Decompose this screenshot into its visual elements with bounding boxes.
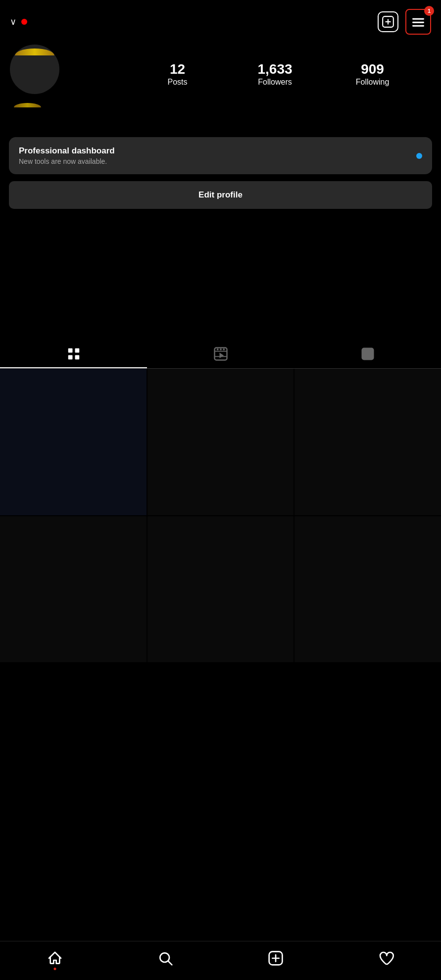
hat-decoration bbox=[0, 102, 441, 107]
avatar[interactable] bbox=[10, 45, 59, 94]
nav-activity[interactable] bbox=[378, 950, 394, 966]
add-plus-icon bbox=[268, 950, 284, 966]
professional-dashboard-card[interactable]: Professional dashboard New tools are now… bbox=[9, 137, 432, 174]
tabs-bar bbox=[0, 338, 441, 369]
new-post-button[interactable] bbox=[378, 11, 398, 32]
profile-section: 12 Posts 1,633 Followers 909 Following bbox=[0, 40, 441, 102]
posts-grid bbox=[0, 369, 441, 662]
svg-point-13 bbox=[216, 348, 218, 350]
following-stat[interactable]: 909 Following bbox=[324, 62, 421, 87]
svg-line-20 bbox=[168, 961, 172, 965]
grid-cell[interactable] bbox=[147, 516, 294, 663]
live-indicator-dot bbox=[21, 19, 27, 25]
dashboard-notification-dot bbox=[416, 153, 422, 159]
tagged-icon bbox=[360, 346, 375, 361]
svg-point-14 bbox=[220, 348, 222, 350]
svg-rect-11 bbox=[214, 351, 227, 352]
posts-label: Posts bbox=[129, 78, 226, 87]
posts-count: 12 bbox=[129, 62, 226, 77]
following-label: Following bbox=[324, 78, 421, 87]
dashboard-text: Professional dashboard New tools are now… bbox=[19, 146, 115, 165]
stats-row: 12 Posts 1,633 Followers 909 Following bbox=[64, 54, 431, 90]
tab-reels[interactable] bbox=[147, 338, 294, 368]
svg-rect-8 bbox=[68, 355, 72, 360]
notification-badge: 1 bbox=[424, 6, 434, 16]
nav-add[interactable] bbox=[268, 950, 284, 966]
hat-shape bbox=[14, 103, 41, 107]
followers-count: 1,633 bbox=[226, 62, 324, 77]
home-active-dot bbox=[54, 968, 56, 970]
grid-cell[interactable] bbox=[147, 369, 294, 515]
avatar-hat-decoration bbox=[15, 49, 54, 55]
svg-marker-16 bbox=[219, 353, 224, 358]
svg-rect-9 bbox=[75, 355, 79, 360]
grid-cell[interactable] bbox=[0, 369, 147, 515]
grid-cell[interactable] bbox=[294, 369, 441, 515]
bottom-nav bbox=[0, 941, 441, 980]
followers-stat[interactable]: 1,633 Followers bbox=[226, 62, 324, 87]
svg-point-15 bbox=[223, 348, 225, 350]
header-left: ∨ bbox=[10, 16, 27, 27]
grid-cell[interactable] bbox=[294, 516, 441, 663]
dashboard-subtitle: New tools are now available. bbox=[19, 157, 115, 165]
header-right: 1 bbox=[378, 9, 431, 35]
home-icon bbox=[47, 950, 63, 966]
tab-grid[interactable] bbox=[0, 338, 147, 368]
tab-tagged[interactable] bbox=[294, 338, 441, 368]
nav-home[interactable] bbox=[47, 950, 63, 966]
svg-rect-7 bbox=[75, 348, 79, 353]
followers-label: Followers bbox=[226, 78, 324, 87]
plus-square-icon bbox=[382, 15, 394, 28]
svg-rect-6 bbox=[68, 348, 72, 353]
edit-profile-button[interactable]: Edit profile bbox=[9, 181, 432, 209]
posts-stat[interactable]: 12 Posts bbox=[129, 62, 226, 87]
nav-search[interactable] bbox=[157, 950, 173, 966]
reels-icon bbox=[213, 346, 228, 361]
search-icon bbox=[157, 950, 173, 966]
svg-point-18 bbox=[366, 351, 370, 355]
hamburger-icon bbox=[411, 15, 425, 29]
heart-icon bbox=[378, 950, 394, 966]
dropdown-arrow-icon[interactable]: ∨ bbox=[10, 16, 16, 27]
header: ∨ 1 bbox=[0, 0, 441, 40]
grid-cell[interactable] bbox=[0, 516, 147, 663]
menu-button[interactable]: 1 bbox=[405, 9, 431, 35]
dashboard-title: Professional dashboard bbox=[19, 146, 115, 156]
avatar-wrapper[interactable] bbox=[10, 45, 64, 99]
grid-icon bbox=[66, 346, 81, 361]
following-count: 909 bbox=[324, 62, 421, 77]
